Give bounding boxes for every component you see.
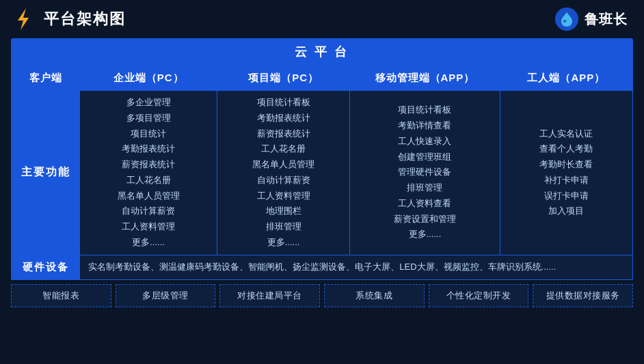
brand-icon [554,7,579,31]
column-header-row: 客户端 企业端（PC） 项目端（PC） 移动管理端（APP） 工人端（APP） [12,66,633,91]
main-content: 云 平 台 客户端 企业端（PC） 项目端（PC） 移动管理端（APP） 工人端… [0,38,644,313]
brand-name: 鲁班长 [585,10,628,29]
main-features-row: 主要功能 多企业管理 多项目管理 项目统计 考勤报表统计 薪资报表统计 工人花名… [12,91,633,255]
page-title: 平台架构图 [44,9,126,29]
feature-item-2: 对接住建局平台 [219,284,320,307]
hardware-label: 硬件设备 [12,255,80,279]
feature-item-0: 智能报表 [11,284,111,307]
col-header-mobile: 移动管理端（APP） [350,66,500,91]
col-header-worker: 工人端（APP） [500,66,632,91]
hardware-content: 实名制考勤设备、测温健康码考勤设备、智能闸机、扬尘监测设备、电子大屏、LED大屏… [80,255,633,279]
cloud-platform-bar: 云 平 台 [11,38,633,66]
header-left: 平台架构图 [11,7,126,31]
col-header-client: 客户端 [12,66,80,91]
mobile-features: 项目统计看板 考勤详情查看 工人快速录入 创建管理班组 管理硬件设备 排班管理 … [350,91,500,255]
worker-features-text: 工人实名认证 查看个人考勤 考勤时长查看 补打卡申请 误打卡申请 加入项目 [503,126,630,220]
feature-item-4: 个性化定制开发 [429,284,529,307]
hardware-row: 硬件设备 实名制考勤设备、测温健康码考勤设备、智能闸机、扬尘监测设备、电子大屏、… [12,255,633,279]
bottom-feature-row: 智能报表 多层级管理 对接住建局平台 系统集成 个性化定制开发 提供数据对接服务 [11,284,633,307]
col-header-enterprise: 企业端（PC） [80,66,217,91]
worker-features: 工人实名认证 查看个人考勤 考勤时长查看 补打卡申请 误打卡申请 加入项目 [500,91,632,255]
feature-item-3: 系统集成 [324,284,425,307]
platform-table: 客户端 企业端（PC） 项目端（PC） 移动管理端（APP） 工人端（APP） … [11,66,633,280]
project-features: 项目统计看板 考勤报表统计 薪资报表统计 工人花名册 黑名单人员管理 自动计算薪… [217,91,349,255]
brand-logo: 鲁班长 [554,7,628,31]
logo-icon [11,7,36,31]
feature-item-1: 多层级管理 [116,284,216,307]
enterprise-features: 多企业管理 多项目管理 项目统计 考勤报表统计 薪资报表统计 工人花名册 黑名单… [80,91,217,255]
mobile-features-text: 项目统计看板 考勤详情查看 工人快速录入 创建管理班组 管理硬件设备 排班管理 … [353,102,496,242]
main-function-label: 主要功能 [12,91,80,255]
svg-point-2 [563,20,567,23]
enterprise-features-text: 多企业管理 多项目管理 项目统计 考勤报表统计 薪资报表统计 工人花名册 黑名单… [83,95,214,251]
feature-item-5: 提供数据对接服务 [533,284,633,307]
col-header-project: 项目端（PC） [217,66,349,91]
header: 平台架构图 鲁班长 [0,0,644,38]
svg-marker-0 [18,8,29,30]
project-features-text: 项目统计看板 考勤报表统计 薪资报表统计 工人花名册 黑名单人员管理 自动计算薪… [220,95,347,251]
